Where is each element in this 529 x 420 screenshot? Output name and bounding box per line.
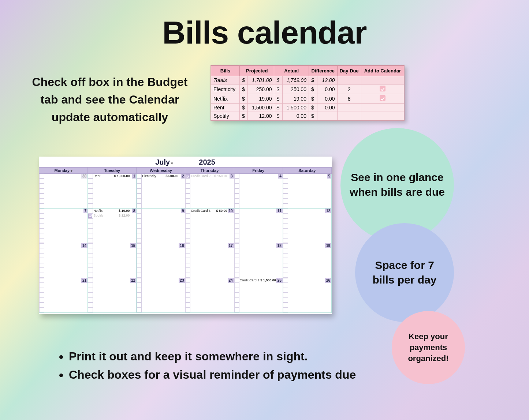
slot-checkbox[interactable] <box>185 278 190 283</box>
slot-checkbox[interactable] <box>39 194 44 198</box>
slot-checkbox[interactable] <box>137 293 142 297</box>
slot-checkbox[interactable] <box>137 268 142 273</box>
slot-checkbox[interactable] <box>185 293 190 297</box>
slot-checkbox[interactable] <box>283 228 288 233</box>
slot-checkbox[interactable] <box>88 233 93 238</box>
slot-checkbox[interactable] <box>88 293 93 297</box>
slot-checkbox[interactable] <box>88 218 93 223</box>
slot-checkbox[interactable] <box>234 258 239 263</box>
slot-checkbox[interactable] <box>185 218 190 223</box>
slot-checkbox[interactable] <box>234 198 239 203</box>
slot-checkbox[interactable] <box>137 273 142 278</box>
slot-checkbox[interactable] <box>39 218 44 223</box>
slot-checkbox[interactable] <box>137 253 142 258</box>
slot-checkbox[interactable] <box>39 179 44 183</box>
calendar-cell[interactable]: 22 <box>88 278 137 313</box>
calendar-cell[interactable]: 8Netflix$ 19.00Spotify$ 12.00 <box>88 209 137 243</box>
slot-checkbox[interactable] <box>39 278 44 283</box>
calendar-cell[interactable]: 19 <box>283 243 331 278</box>
slot-checkbox[interactable] <box>283 179 288 183</box>
slot-checkbox[interactable] <box>234 303 239 307</box>
slot-checkbox[interactable] <box>137 243 142 248</box>
slot-checkbox[interactable] <box>137 213 142 218</box>
slot-checkbox[interactable] <box>283 258 288 263</box>
slot-checkbox[interactable] <box>39 258 44 263</box>
calendar-cell[interactable]: 30 <box>39 174 88 209</box>
slot-checkbox[interactable] <box>39 263 44 268</box>
checkbox-icon[interactable] <box>186 174 190 178</box>
slot-checkbox[interactable] <box>137 308 142 312</box>
slot-checkbox[interactable] <box>88 223 93 228</box>
slot-checkbox[interactable] <box>234 174 239 179</box>
slot-checkbox[interactable] <box>234 293 239 297</box>
calendar-cell[interactable]: 24 <box>185 278 234 313</box>
slot-checkbox[interactable] <box>234 273 239 278</box>
slot-checkbox[interactable] <box>88 303 93 307</box>
calendar-cell[interactable]: 15 <box>88 243 137 278</box>
slot-checkbox[interactable] <box>88 288 93 293</box>
slot-checkbox[interactable] <box>88 298 93 303</box>
slot-checkbox[interactable] <box>88 278 93 283</box>
slot-checkbox[interactable] <box>39 233 44 238</box>
slot-checkbox[interactable] <box>137 218 142 223</box>
calendar-cell[interactable]: 10Credit Card 3$ 50.00 <box>185 209 234 243</box>
slot-checkbox[interactable] <box>88 194 93 198</box>
slot-checkbox[interactable] <box>283 273 288 278</box>
slot-checkbox[interactable] <box>88 174 93 179</box>
slot-checkbox[interactable] <box>234 243 239 248</box>
slot-checkbox[interactable] <box>185 268 190 273</box>
slot-checkbox[interactable] <box>283 194 288 198</box>
slot-checkbox[interactable] <box>185 243 190 248</box>
slot-checkbox[interactable] <box>234 253 239 258</box>
slot-checkbox[interactable] <box>234 218 239 223</box>
slot-checkbox[interactable] <box>137 174 142 179</box>
slot-checkbox[interactable] <box>234 179 239 183</box>
slot-checkbox[interactable] <box>88 179 93 183</box>
calendar-cell[interactable]: 21 <box>39 278 88 313</box>
slot-checkbox[interactable] <box>137 248 142 253</box>
slot-checkbox[interactable] <box>88 243 93 248</box>
slot-checkbox[interactable] <box>137 298 142 303</box>
calendar-cell[interactable]: 9 <box>137 209 185 243</box>
slot-checkbox[interactable] <box>185 303 190 307</box>
slot-checkbox[interactable] <box>283 203 288 208</box>
slot-checkbox[interactable] <box>234 268 239 273</box>
slot-checkbox[interactable] <box>137 283 142 288</box>
slot-checkbox[interactable] <box>234 308 239 312</box>
slot-checkbox[interactable] <box>283 198 288 203</box>
slot-checkbox[interactable] <box>234 228 239 233</box>
slot-checkbox[interactable] <box>283 238 288 243</box>
slot-checkbox[interactable] <box>234 238 239 243</box>
slot-checkbox[interactable] <box>185 194 190 198</box>
slot-checkbox[interactable] <box>283 263 288 268</box>
calendar-cell[interactable]: 2Electricity$ 500.00 <box>137 174 185 209</box>
slot-checkbox[interactable] <box>88 188 93 193</box>
slot-checkbox[interactable] <box>283 268 288 273</box>
checkbox-icon[interactable] <box>88 214 92 218</box>
slot-checkbox[interactable] <box>39 184 44 188</box>
slot-checkbox[interactable] <box>88 308 93 312</box>
slot-checkbox[interactable] <box>185 283 190 288</box>
slot-checkbox[interactable] <box>185 198 190 203</box>
slot-checkbox[interactable] <box>88 209 93 213</box>
slot-checkbox[interactable] <box>234 233 239 238</box>
slot-checkbox[interactable] <box>185 233 190 238</box>
slot-checkbox[interactable] <box>185 298 190 303</box>
calendar-cell[interactable]: 12 <box>283 209 331 243</box>
slot-checkbox[interactable] <box>234 194 239 198</box>
slot-checkbox[interactable] <box>185 203 190 208</box>
slot-checkbox[interactable] <box>88 268 93 273</box>
slot-checkbox[interactable] <box>39 198 44 203</box>
slot-checkbox[interactable] <box>283 188 288 193</box>
slot-checkbox[interactable] <box>283 288 288 293</box>
slot-checkbox[interactable] <box>137 188 142 193</box>
slot-checkbox[interactable] <box>185 188 190 193</box>
slot-checkbox[interactable] <box>283 278 288 283</box>
slot-checkbox[interactable] <box>137 278 142 283</box>
slot-checkbox[interactable] <box>283 283 288 288</box>
calendar-cell[interactable]: 17 <box>185 243 234 278</box>
slot-checkbox[interactable] <box>185 179 190 183</box>
slot-checkbox[interactable] <box>234 263 239 268</box>
calendar-cell[interactable]: 25Credit Card 1$ 1,500.00 <box>234 278 283 313</box>
slot-checkbox[interactable] <box>283 233 288 238</box>
